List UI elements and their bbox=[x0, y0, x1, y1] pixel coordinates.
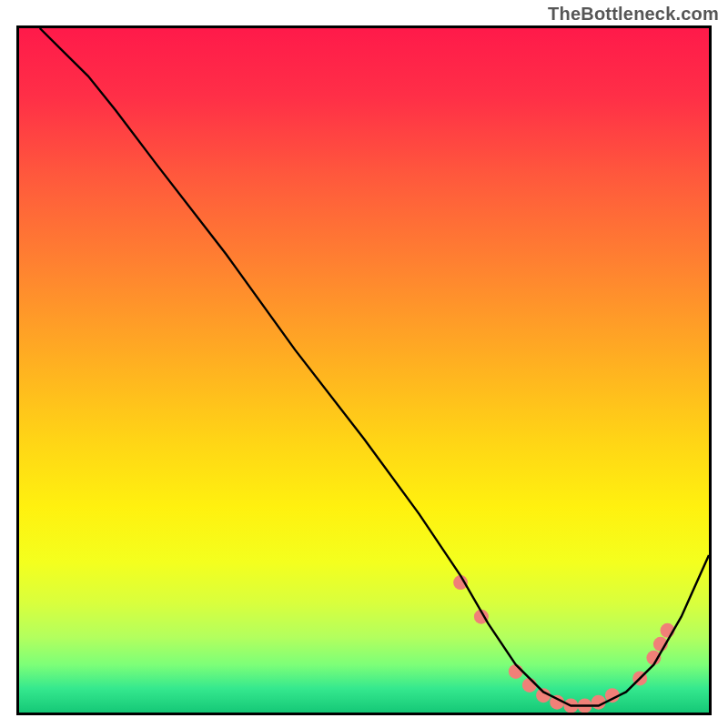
curve-layer bbox=[19, 28, 709, 713]
plot-area bbox=[16, 25, 712, 715]
attribution-text: TheBottleneck.com bbox=[548, 4, 719, 25]
highlight-dot bbox=[522, 678, 537, 693]
highlight-dots bbox=[453, 575, 674, 713]
highlight-dot bbox=[509, 664, 523, 679]
bottleneck-curve bbox=[40, 28, 709, 706]
chart-container: TheBottleneck.com bbox=[0, 0, 728, 728]
